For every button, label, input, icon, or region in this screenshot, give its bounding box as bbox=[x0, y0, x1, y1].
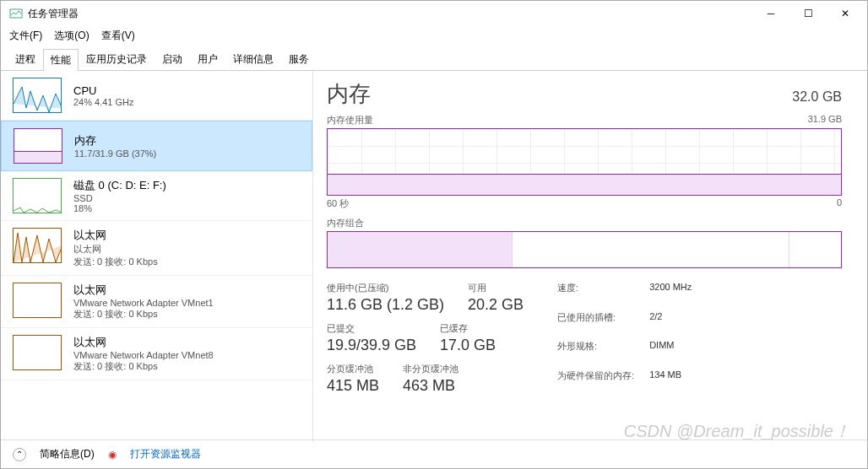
sidebar-item-label: 以太网 bbox=[73, 228, 158, 243]
detail-total: 32.0 GB bbox=[792, 89, 842, 105]
sidebar-info: 内存 11.7/31.9 GB (37%) bbox=[74, 128, 156, 164]
tab-details[interactable]: 详细信息 bbox=[225, 48, 281, 70]
slots-label: 已使用的插槽: bbox=[557, 311, 634, 337]
titlebar: 任务管理器 ─ ☐ ✕ bbox=[1, 1, 867, 26]
detail-panel: 内存 32.0 GB 内存使用量 31.9 GB 60 秒 0 内存组合 bbox=[313, 71, 867, 442]
cached-label: 已缓存 bbox=[440, 322, 496, 335]
nonpaged-value: 463 MB bbox=[403, 377, 458, 395]
in-use-label: 使用中(已压缩) bbox=[327, 282, 444, 294]
cached-value: 17.0 GB bbox=[440, 337, 496, 354]
sidebar-item-label: 以太网 bbox=[73, 335, 214, 350]
reserved-value: 134 MB bbox=[649, 369, 692, 396]
sidebar-item-memory[interactable]: 内存 11.7/31.9 GB (37%) bbox=[1, 121, 312, 171]
committed-label: 已提交 bbox=[327, 322, 416, 335]
sidebar-item-label: CPU bbox=[73, 84, 134, 97]
sidebar-item-label: 内存 bbox=[74, 133, 156, 148]
speed-value: 3200 MHz bbox=[649, 282, 692, 308]
sidebar-item-sub2: 18% bbox=[73, 203, 166, 213]
paged-value: 415 MB bbox=[327, 377, 379, 395]
eth-thumb bbox=[13, 228, 62, 263]
disk-thumb bbox=[13, 178, 62, 213]
menubar: 文件(F) 选项(O) 查看(V) bbox=[1, 26, 867, 45]
sidebar-item-cpu[interactable]: CPU 24% 4.41 GHz bbox=[1, 71, 312, 121]
tab-processes[interactable]: 进程 bbox=[8, 48, 43, 70]
sidebar-item-sub: 以太网 bbox=[73, 243, 158, 256]
stats-area: 使用中(已压缩) 11.6 GB (1.2 GB) 可用 20.2 GB 已提交… bbox=[327, 282, 842, 395]
sidebar-item-sub: VMware Network Adapter VMnet8 bbox=[73, 350, 214, 360]
sidebar-item-disk[interactable]: 磁盘 0 (C: D: E: F:) SSD 18% bbox=[1, 171, 312, 221]
tab-startup[interactable]: 启动 bbox=[155, 48, 190, 70]
sidebar-item-sub: VMware Network Adapter VMnet1 bbox=[73, 298, 214, 308]
comp-free bbox=[789, 232, 841, 267]
content-area: CPU 24% 4.41 GHz 内存 11.7/31.9 GB (37%) 磁… bbox=[1, 71, 867, 442]
in-use-value: 11.6 GB (1.2 GB) bbox=[327, 296, 444, 314]
committed-value: 19.9/39.9 GB bbox=[327, 337, 416, 354]
sidebar-item-sub: 11.7/31.9 GB (37%) bbox=[74, 148, 156, 159]
sidebar-info: 以太网 VMware Network Adapter VMnet8 发送: 0 … bbox=[73, 335, 214, 373]
brief-info-link[interactable]: 简略信息(D) bbox=[40, 447, 95, 461]
sidebar-info: 以太网 以太网 发送: 0 接收: 0 Kbps bbox=[73, 228, 158, 268]
comp-standby bbox=[513, 232, 789, 267]
bottombar: ⌃ 简略信息(D) ◉ 打开资源监视器 bbox=[1, 439, 867, 468]
svg-rect-0 bbox=[10, 9, 22, 18]
sidebar-item-sub2: 发送: 0 接收: 0 Kbps bbox=[73, 360, 214, 373]
close-button[interactable]: ✕ bbox=[827, 1, 864, 26]
memory-composition-chart bbox=[327, 231, 842, 268]
chart-axis: 60 秒 0 bbox=[327, 197, 842, 210]
comp-used bbox=[328, 232, 513, 267]
tab-app-history[interactable]: 应用历史记录 bbox=[79, 48, 155, 70]
sidebar-item-ethernet[interactable]: 以太网 以太网 发送: 0 接收: 0 Kbps bbox=[1, 221, 312, 276]
chart-fill bbox=[328, 174, 841, 195]
cpu-thumb bbox=[13, 78, 62, 113]
sidebar-item-sub: 24% 4.41 GHz bbox=[73, 97, 134, 107]
form-value: DIMM bbox=[649, 340, 692, 366]
detail-title: 内存 bbox=[327, 79, 371, 109]
sidebar-item-ethernet-vmnet1[interactable]: 以太网 VMware Network Adapter VMnet1 发送: 0 … bbox=[1, 276, 312, 328]
window-title: 任务管理器 bbox=[28, 7, 752, 21]
slots-value: 2/2 bbox=[649, 311, 692, 337]
sidebar-info: 磁盘 0 (C: D: E: F:) SSD 18% bbox=[73, 178, 166, 213]
x-left: 60 秒 bbox=[327, 197, 349, 210]
chevron-icon[interactable]: ⌃ bbox=[13, 448, 26, 461]
form-label: 外形规格: bbox=[557, 340, 634, 366]
x-right: 0 bbox=[837, 197, 842, 210]
app-icon bbox=[9, 7, 23, 20]
sidebar-info: 以太网 VMware Network Adapter VMnet1 发送: 0 … bbox=[73, 283, 214, 321]
menu-file[interactable]: 文件(F) bbox=[9, 29, 42, 43]
detail-header: 内存 32.0 GB bbox=[327, 79, 842, 109]
paged-label: 分页缓冲池 bbox=[327, 363, 379, 375]
maximize-button[interactable]: ☐ bbox=[789, 1, 827, 26]
eth-thumb bbox=[13, 283, 62, 318]
usage-max: 31.9 GB bbox=[808, 114, 842, 127]
menu-options[interactable]: 选项(O) bbox=[54, 29, 89, 43]
usage-label: 内存使用量 bbox=[327, 114, 373, 127]
sidebar-item-sub2: 发送: 0 接收: 0 Kbps bbox=[73, 256, 158, 268]
memory-usage-chart bbox=[327, 128, 842, 196]
sidebar-item-sub2: 发送: 0 接收: 0 Kbps bbox=[73, 308, 214, 321]
avail-value: 20.2 GB bbox=[468, 296, 524, 314]
sidebar-item-label: 磁盘 0 (C: D: E: F:) bbox=[73, 178, 166, 193]
tab-users[interactable]: 用户 bbox=[190, 48, 225, 70]
sidebar-item-label: 以太网 bbox=[73, 283, 214, 298]
composition-label: 内存组合 bbox=[327, 217, 364, 229]
window-controls: ─ ☐ ✕ bbox=[752, 1, 864, 26]
sidebar-item-sub: SSD bbox=[73, 193, 166, 203]
composition-label-row: 内存组合 bbox=[327, 217, 842, 229]
menu-view[interactable]: 查看(V) bbox=[101, 29, 135, 43]
avail-label: 可用 bbox=[468, 282, 524, 294]
nonpaged-label: 非分页缓冲池 bbox=[403, 363, 458, 375]
tabs: 进程 性能 应用历史记录 启动 用户 详细信息 服务 bbox=[1, 45, 867, 71]
minimize-button[interactable]: ─ bbox=[752, 1, 789, 26]
sidebar-info: CPU 24% 4.41 GHz bbox=[73, 78, 134, 113]
stats-left: 使用中(已压缩) 11.6 GB (1.2 GB) 可用 20.2 GB 已提交… bbox=[327, 282, 524, 395]
sidebar-item-ethernet-vmnet8[interactable]: 以太网 VMware Network Adapter VMnet8 发送: 0 … bbox=[1, 328, 312, 380]
monitor-icon: ◉ bbox=[108, 449, 117, 461]
chart-top-labels: 内存使用量 31.9 GB bbox=[327, 114, 842, 127]
sidebar[interactable]: CPU 24% 4.41 GHz 内存 11.7/31.9 GB (37%) 磁… bbox=[1, 71, 313, 442]
eth-thumb bbox=[13, 335, 62, 370]
open-resource-monitor-link[interactable]: 打开资源监视器 bbox=[130, 447, 201, 461]
tab-services[interactable]: 服务 bbox=[281, 48, 317, 70]
reserved-label: 为硬件保留的内存: bbox=[557, 369, 634, 396]
tab-performance[interactable]: 性能 bbox=[43, 49, 79, 71]
memory-thumb bbox=[14, 128, 62, 164]
